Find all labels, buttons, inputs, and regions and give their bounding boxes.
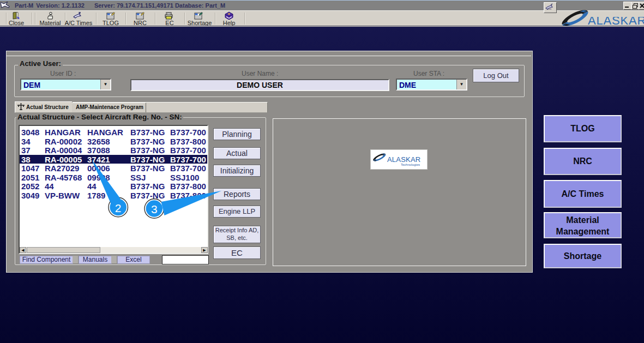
svg-text:2: 2	[115, 202, 122, 214]
svg-text:3: 3	[151, 203, 158, 215]
